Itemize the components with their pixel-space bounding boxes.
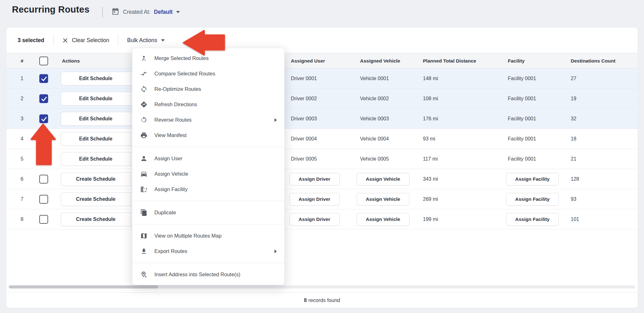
assign-facility-button[interactable]: Assign Facility <box>506 193 559 206</box>
chevron-down-icon <box>176 11 180 13</box>
table-row: 4 Edit Schedule Driver 0004 Vehicle 0004… <box>6 129 638 149</box>
edit-schedule-button[interactable]: Edit Schedule <box>61 72 138 85</box>
create-schedule-button[interactable]: Create Schedule <box>61 172 138 186</box>
assigned-vehicle-cell: Vehicle 0003 <box>360 109 389 129</box>
records-text: records found <box>308 297 340 303</box>
row-checkbox[interactable] <box>39 215 48 224</box>
select-all-checkbox[interactable] <box>39 57 48 65</box>
assign-driver-button[interactable]: Assign Driver <box>289 193 340 206</box>
merge-icon <box>140 55 147 62</box>
assign-vehicle-button[interactable]: Assign Vehicle <box>357 213 409 226</box>
row-index: 1 <box>18 69 26 89</box>
edit-schedule-button[interactable]: Edit Schedule <box>61 132 138 146</box>
distance-cell: 176 mi <box>423 109 438 129</box>
table-row: 2 Edit Schedule Driver 0002 Vehicle 0002… <box>6 89 638 109</box>
assign-facility-button[interactable]: Assign Facility <box>506 173 559 185</box>
directions-icon <box>140 101 147 108</box>
submenu-arrow-icon <box>275 250 277 253</box>
facility-cell: Facility 0001 <box>508 89 536 109</box>
distance-cell: 148 mi <box>423 69 438 89</box>
menu-item-view-manifest[interactable]: View Manifest <box>132 128 284 143</box>
selected-count: 3 selected <box>18 37 44 44</box>
selection-toolbar: 3 selected Clear Selection Bulk Actions <box>6 28 638 53</box>
calendar-icon <box>111 7 119 17</box>
horizontal-scrollbar-track[interactable] <box>9 285 635 288</box>
created-at-value[interactable]: Default <box>154 9 173 15</box>
car-icon <box>140 170 147 178</box>
destinations-count-cell: 18 <box>571 129 576 149</box>
edit-schedule-button[interactable]: Edit Schedule <box>61 92 138 106</box>
facility-cell: Facility 0001 <box>508 109 536 129</box>
submenu-arrow-icon <box>275 118 277 122</box>
clear-selection-button[interactable]: Clear Selection <box>62 37 109 44</box>
assign-facility-button[interactable]: Assign Facility <box>506 213 559 226</box>
table-row: 6 Create Schedule Assign Driver Assign V… <box>6 169 638 189</box>
column-index: # <box>18 53 26 69</box>
row-checkbox-checked[interactable] <box>39 74 48 83</box>
menu-item-refresh-directions[interactable]: Refresh Directions <box>132 97 284 112</box>
menu-item-assign-facility[interactable]: Assign Facility <box>132 182 284 197</box>
page-title: Recurring Routes <box>12 4 90 15</box>
create-schedule-button[interactable]: Create Schedule <box>61 212 138 226</box>
toolbar-divider <box>53 35 53 46</box>
assigned-vehicle-cell: Vehicle 0002 <box>360 89 389 109</box>
menu-divider <box>132 263 284 263</box>
edit-schedule-button[interactable]: Edit Schedule <box>61 112 138 126</box>
destinations-count-cell: 27 <box>571 69 576 89</box>
close-icon <box>62 37 68 43</box>
table-row: 3 Edit Schedule Driver 0003 Vehicle 0003… <box>6 109 638 129</box>
assigned-user-cell: Driver 0003 <box>291 109 317 129</box>
sync-icon <box>140 85 147 93</box>
toolbar-divider <box>118 35 118 46</box>
copy-icon <box>140 209 147 216</box>
horizontal-scrollbar-thumb[interactable] <box>9 285 158 288</box>
printer-icon <box>140 132 147 139</box>
routes-table-card: 3 selected Clear Selection Bulk Actions … <box>6 28 638 308</box>
created-at-filter[interactable]: Created At: Default <box>111 6 180 18</box>
person-icon <box>140 155 147 162</box>
facility-cell: Facility 0001 <box>508 69 536 89</box>
table-row: 5 Edit Schedule Driver 0005 Vehicle 0005… <box>6 149 638 169</box>
facility-cell: Facility 0001 <box>508 129 536 149</box>
edit-schedule-button[interactable]: Edit Schedule <box>61 152 138 166</box>
assigned-user-cell: Driver 0004 <box>291 129 317 149</box>
menu-item-re-optimize-routes[interactable]: Re-Optimize Routes <box>132 81 284 97</box>
assign-vehicle-button[interactable]: Assign Vehicle <box>357 173 409 185</box>
menu-item-view-on-multiple-routes-map[interactable]: View on Multiple Routes Map <box>132 228 284 244</box>
menu-item-reverse-routes[interactable]: Reverse Routes <box>132 112 284 128</box>
column-assigned-user: Assigned User <box>291 53 325 69</box>
column-assigned-vehicle: Assigned Vehicle <box>360 53 400 69</box>
column-facility: Facility <box>508 53 525 69</box>
assign-driver-button[interactable]: Assign Driver <box>289 213 340 226</box>
distance-cell: 269 mi <box>423 189 438 209</box>
menu-item-assign-user[interactable]: Assign User <box>132 151 284 166</box>
menu-divider <box>132 201 284 201</box>
assign-driver-button[interactable]: Assign Driver <box>289 173 340 185</box>
red-arrow-row-checkbox <box>29 122 59 167</box>
menu-item-duplicate[interactable]: Duplicate <box>132 205 284 220</box>
row-checkbox-checked[interactable] <box>39 94 48 103</box>
rotate-left-icon <box>140 116 147 124</box>
map-icon <box>140 232 147 239</box>
row-index: 7 <box>18 189 26 209</box>
row-index: 6 <box>18 169 26 189</box>
table-row: 7 Create Schedule Assign Driver Assign V… <box>6 189 638 209</box>
row-index: 4 <box>18 129 26 149</box>
row-checkbox[interactable] <box>39 195 48 204</box>
records-found-footer: 8 records found <box>6 292 638 308</box>
building-check-icon <box>140 186 147 193</box>
row-checkbox[interactable] <box>39 175 48 184</box>
menu-item-compare-selected-routes[interactable]: Compare Selected Routes <box>132 66 284 81</box>
create-schedule-button[interactable]: Create Schedule <box>61 192 138 206</box>
menu-item-insert-address[interactable]: Insert Address into Selected Route(s) <box>132 267 284 282</box>
destinations-count-cell: 32 <box>571 109 576 129</box>
assign-vehicle-button[interactable]: Assign Vehicle <box>357 193 409 206</box>
created-at-label: Created At: <box>123 9 151 15</box>
menu-divider <box>132 147 284 147</box>
row-index: 2 <box>18 89 26 109</box>
bulk-actions-button[interactable]: Bulk Actions <box>127 37 164 44</box>
menu-item-assign-vehicle[interactable]: Assign Vehicle <box>132 166 284 182</box>
menu-item-export-routes[interactable]: Export Routes <box>132 244 284 259</box>
destinations-count-cell: 93 <box>571 189 576 209</box>
assigned-user-cell: Driver 0005 <box>291 149 317 169</box>
